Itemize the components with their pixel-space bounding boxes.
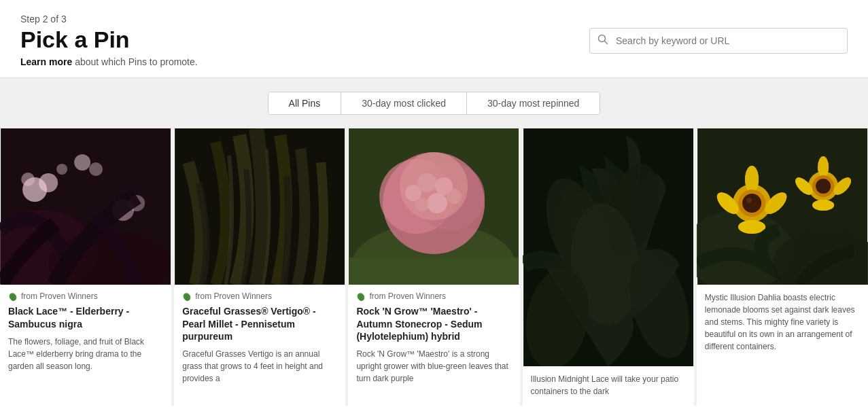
search-input[interactable] [589, 28, 848, 54]
svg-point-29 [416, 198, 430, 211]
svg-point-27 [447, 189, 462, 204]
tabs-container: All Pins 30-day most clicked 30-day most… [268, 92, 601, 115]
pin-title-1: Black Lace™ - Elderberry - Sambucus nigr… [8, 305, 163, 330]
pin-body-1: from Proven Winners Black Lace™ - Elderb… [0, 285, 171, 380]
pin-source-label-2: from Proven Winners [195, 291, 272, 301]
svg-point-7 [21, 173, 35, 186]
pin-image-2 [174, 128, 345, 285]
pin-title-2: Graceful Grasses® Vertigo® - Pearl Mille… [182, 305, 337, 342]
svg-point-65 [816, 179, 831, 194]
tab-30-day-repinned[interactable]: 30-day most repinned [467, 92, 600, 114]
svg-point-52 [742, 194, 761, 213]
search-container [589, 28, 848, 54]
pin-card-1[interactable]: from Proven Winners Black Lace™ - Elderb… [0, 128, 174, 406]
search-icon [597, 34, 608, 48]
svg-point-11 [56, 164, 67, 175]
pin-source-label-1: from Proven Winners [21, 291, 98, 301]
pin-card-3[interactable]: from Proven Winners Rock 'N Grow™ 'Maest… [348, 128, 522, 406]
svg-point-6 [39, 173, 58, 192]
pin-image-4 [523, 128, 694, 366]
leaf-icon-1 [8, 291, 18, 301]
leaf-icon-3 [356, 291, 366, 301]
pin-card-2[interactable]: from Proven Winners Graceful Grasses® Ve… [174, 128, 348, 406]
svg-point-10 [74, 154, 90, 171]
svg-point-60 [818, 156, 829, 178]
pin-desc-3: Rock 'N Grow™ 'Maestro' is a strong upri… [356, 348, 511, 385]
svg-point-25 [418, 173, 437, 192]
svg-line-1 [605, 41, 608, 43]
svg-rect-30 [349, 258, 519, 285]
learn-more-link[interactable]: Learn more [20, 56, 72, 67]
pin-source-3: from Proven Winners [356, 291, 511, 301]
pin-source-label-3: from Proven Winners [369, 291, 446, 301]
svg-point-47 [745, 166, 759, 193]
svg-point-53 [746, 198, 752, 203]
pin-body-2: from Proven Winners Graceful Grasses® Ve… [174, 285, 345, 393]
svg-point-28 [428, 193, 448, 213]
pin-desc-4: Illusion Midnight Lace will take your pa… [531, 373, 686, 397]
svg-point-12 [89, 162, 103, 176]
pin-body-5: Mystic Illusion Dahlia boasts electric l… [697, 285, 868, 361]
pins-grid: from Proven Winners Black Lace™ - Elderb… [0, 128, 868, 406]
pin-body-3: from Proven Winners Rock 'N Grow™ 'Maest… [348, 285, 519, 393]
pin-source-1: from Proven Winners [8, 291, 163, 301]
page-title: Pick a Pin [20, 27, 198, 52]
tab-30-day-clicked[interactable]: 30-day most clicked [341, 92, 467, 114]
pin-body-4: Illusion Midnight Lace will take your pa… [523, 366, 694, 406]
pin-desc-5: Mystic Illusion Dahlia boasts electric l… [705, 291, 860, 353]
pin-desc-2: Graceful Grasses Vertigo is an annual gr… [182, 348, 337, 385]
learn-more-suffix: about which Pins to promote. [72, 56, 197, 67]
pin-source-2: from Proven Winners [182, 291, 337, 301]
pin-image-3 [348, 128, 519, 285]
pin-image-1 [0, 128, 171, 285]
leaf-icon-2 [182, 291, 192, 301]
step-label: Step 2 of 3 [20, 14, 198, 24]
pin-card-4[interactable]: Illusion Midnight Lace will take your pa… [523, 128, 697, 406]
tabs-area: All Pins 30-day most clicked 30-day most… [0, 78, 868, 128]
header-left: Step 2 of 3 Pick a Pin Learn more about … [20, 14, 198, 67]
header: Step 2 of 3 Pick a Pin Learn more about … [0, 0, 868, 78]
pin-card-5[interactable]: Mystic Illusion Dahlia boasts electric l… [697, 128, 868, 406]
svg-point-54 [752, 202, 757, 207]
pin-title-3: Rock 'N Grow™ 'Maestro' - Autumn Stonecr… [356, 305, 511, 342]
svg-point-62 [812, 200, 834, 211]
tab-all-pins[interactable]: All Pins [268, 92, 342, 114]
learn-more-line: Learn more about which Pins to promote. [20, 56, 198, 67]
pin-desc-1: The flowers, foliage, and fruit of Black… [8, 336, 163, 372]
pin-image-5 [697, 128, 868, 285]
